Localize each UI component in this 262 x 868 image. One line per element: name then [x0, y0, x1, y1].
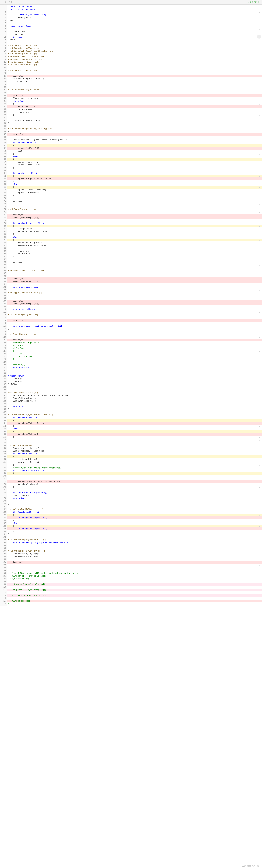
code-line[interactable]: [7, 322, 262, 324]
fold-icon[interactable]: ⌄: [259, 180, 261, 183]
code-line[interactable]: [7, 477, 262, 480]
code-line[interactable]: }⌄: [7, 486, 262, 489]
code-line[interactable]: QDataType data;: [7, 16, 262, 19]
code-line[interactable]: {⌄: [7, 72, 262, 75]
code-line[interactable]: QueuePush(empty,QueueFront(nonEmpty));: [7, 480, 262, 483]
code-line[interactable]: {⌄: [7, 336, 262, 339]
fold-icon[interactable]: ⌄: [259, 83, 261, 86]
code-line[interactable]: [7, 580, 262, 583]
code-line[interactable]: return QueueEmpty(&obj->q1) && QueueEmpt…: [7, 541, 262, 544]
code-line[interactable]: pq->head = pq->tail = NULL;: [7, 230, 262, 233]
code-line[interactable]: }Queue;: [7, 38, 262, 41]
fold-icon[interactable]: ⌄: [259, 158, 261, 161]
code-line[interactable]: void QueuePop(Queue* pq);: [7, 53, 262, 55]
code-line[interactable]: [7, 591, 262, 594]
code-line[interactable]: [7, 566, 262, 569]
code-line[interactable]: else: [7, 522, 262, 525]
code-line[interactable]: }⌄: [7, 533, 262, 536]
code-line[interactable]: [7, 275, 262, 277]
code-line[interactable]: }⌄: [7, 311, 262, 313]
fold-icon[interactable]: ⌄: [259, 203, 261, 205]
code-line[interactable]: {⌄: [7, 472, 262, 475]
code-line[interactable]: [7, 86, 262, 89]
code-line[interactable]: return obj;: [7, 405, 262, 408]
code-line[interactable]: pq->size++;: [7, 199, 262, 203]
code-line[interactable]: Queue* empty = &obj->q1;: [7, 447, 262, 450]
code-line[interactable]: [7, 586, 262, 589]
code-line[interactable]: if (pq->head->next == NULL): [7, 222, 262, 225]
code-line[interactable]: QNode* del = cur;: [7, 105, 262, 108]
fold-icon[interactable]: ⌄: [259, 294, 261, 297]
code-line[interactable]: pq->tail = newnode;: [7, 191, 262, 194]
code-line[interactable]: ++n;: [7, 352, 262, 355]
fold-icon[interactable]: ⌄: [259, 27, 261, 30]
code-line[interactable]: while (cur): [7, 100, 262, 102]
fold-icon[interactable]: ⌄: [259, 186, 261, 189]
fold-icon[interactable]: ⌄: [259, 152, 261, 155]
code-line[interactable]: typedef int QDataType;: [7, 5, 262, 8]
code-line[interactable]: del = NULL;: [7, 252, 262, 255]
code-line[interactable]: if (newnode == NULL): [7, 141, 262, 144]
code-line[interactable]: free(del);: [7, 111, 262, 114]
code-line[interactable]: QueuePop(nonEmpty);: [7, 494, 262, 497]
code-line[interactable]: while (cur): [7, 347, 262, 350]
fold-icon[interactable]: ⌄: [259, 11, 261, 13]
code-line[interactable]: return pq->size;: [7, 366, 262, 369]
code-line[interactable]: }⌄: [7, 530, 262, 533]
code-line[interactable]: * bool param_4 = myStackEmpty(obj);: [7, 594, 262, 597]
code-line[interactable]: return pq->tail->data;: [7, 308, 262, 311]
code-line[interactable]: void QueuePush(Queue* pq, QDataType x): [7, 127, 262, 130]
fold-icon[interactable]: ⌄: [259, 472, 261, 475]
fold-icon[interactable]: ⌄: [259, 436, 261, 438]
code-line[interactable]: [7, 505, 262, 508]
code-line[interactable]: pq->tail->next = newnode;: [7, 189, 262, 191]
code-line[interactable]: QueueInit(&obj->q2);: [7, 400, 262, 402]
code-line[interactable]: bool QueueEmpty(Queue* pq): [7, 313, 262, 316]
fold-icon[interactable]: ⌄: [259, 288, 261, 291]
code-line[interactable]: }⌄: [7, 438, 262, 441]
fold-icon[interactable]: ⌄: [259, 144, 261, 147]
code-line[interactable]: {⌄: [7, 350, 262, 352]
code-line[interactable]: }⌄: [7, 233, 262, 236]
fold-icon[interactable]: ⌄: [259, 311, 261, 313]
code-line[interactable]: {⌄: [7, 455, 262, 458]
code-line[interactable]: }⌄: [7, 408, 262, 411]
code-line[interactable]: [7, 547, 262, 550]
code-line[interactable]: Queue* nonEmpty = &obj->q2;: [7, 450, 262, 453]
code-line[interactable]: free(del);: [7, 250, 262, 252]
fold-icon[interactable]: ⌄: [259, 225, 261, 227]
code-line[interactable]: exit(-1);: [7, 150, 262, 152]
code-line[interactable]: * myStackPush(obj, x);: [7, 578, 262, 580]
code-line[interactable]: }⌄: [7, 255, 262, 258]
code-line[interactable]: [7, 297, 262, 300]
code-line[interactable]: QNode* head;: [7, 30, 262, 33]
code-line[interactable]: }⌄: [7, 328, 262, 330]
code-line[interactable]: }QNode;: [7, 19, 262, 22]
fold-icon[interactable]: ⌄: [259, 175, 261, 178]
code-line[interactable]: nonEmpty = &obj->q1;: [7, 461, 262, 464]
code-line[interactable]: }⌄: [7, 425, 262, 427]
code-line[interactable]: bool QueueEmpty(Queue* pq);: [7, 61, 262, 64]
code-line[interactable]: [7, 258, 262, 261]
fold-icon[interactable]: ⌄: [259, 336, 261, 339]
fold-icon[interactable]: ⌄: [259, 544, 261, 547]
copy-login-label[interactable]: ⬇ 登录后复制 ✦: [248, 1, 261, 3]
code-line[interactable]: return QueueBack(&obj->q2);: [7, 527, 262, 530]
code-line[interactable]: [7, 536, 262, 538]
code-line[interactable]: void QueuePush(Queue* pq, QDataType x);: [7, 50, 262, 53]
code-line[interactable]: typedef struct {: [7, 375, 262, 377]
code-line[interactable]: QueueDestroy(&obj->q2);: [7, 555, 262, 558]
code-line[interactable]: }⌄: [7, 203, 262, 205]
code-line[interactable]: QueueInit(&obj->q1);: [7, 397, 262, 400]
code-line[interactable]: }⌄: [7, 369, 262, 372]
fold-icon[interactable]: ⌄: [259, 358, 261, 361]
code-line[interactable]: QNode* del = pq->head;: [7, 241, 262, 244]
code-line[interactable]: }⌄: [7, 436, 262, 438]
fold-icon[interactable]: ⌄: [259, 369, 261, 372]
code-line[interactable]: void QueueInit(Queue* pq);: [7, 44, 262, 47]
fold-icon[interactable]: ⌄: [259, 239, 261, 241]
code-line[interactable]: pq->size = 0;: [7, 80, 262, 83]
code-line[interactable]: {⌄: [7, 186, 262, 189]
code-line[interactable]: typedef struct Queue: [7, 25, 262, 27]
code-line[interactable]: newnode->data = x;: [7, 161, 262, 163]
